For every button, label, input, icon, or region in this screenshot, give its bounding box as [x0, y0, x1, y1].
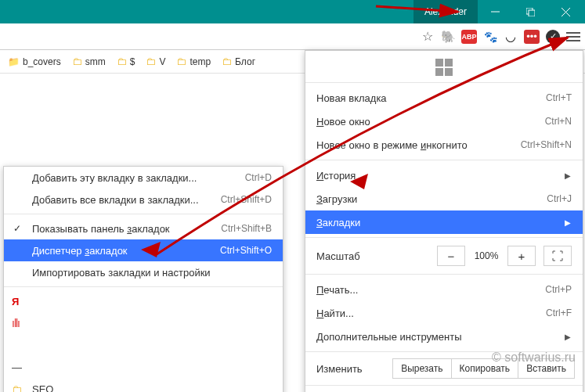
submenu-import[interactable]: Импортировать закладки и настройки	[4, 261, 283, 283]
menu-incognito[interactable]: Новое окно в режиме инкогнитоCtrl+Shift+…	[305, 133, 583, 156]
menu-label: SEO	[32, 383, 53, 393]
main-menu: Новая вкладкаCtrl+T Новое окноCtrl+N Нов…	[305, 50, 583, 392]
menu-new-window[interactable]: Новое окноCtrl+N	[305, 110, 583, 133]
separator	[305, 237, 583, 238]
folder-icon: 🗀	[12, 383, 22, 393]
bookmark-item[interactable]	[4, 334, 283, 356]
fullscreen-button[interactable]	[543, 246, 572, 266]
menu-label: Новое окно	[316, 116, 370, 128]
bookmark-folder[interactable]: 🗀smm	[69, 53, 109, 70]
zoom-in-button[interactable]: +	[507, 246, 536, 266]
bookmark-item[interactable]: Я	[4, 290, 283, 312]
bookmark-folder[interactable]: 📁b_covers	[5, 54, 64, 70]
menu-bookmarks[interactable]: Закладки▶	[305, 210, 583, 234]
menu-label: История	[316, 170, 356, 182]
menu-new-tab[interactable]: Новая вкладкаCtrl+T	[305, 86, 583, 110]
shortcut: Ctrl+Shift+D	[221, 194, 272, 205]
bookmark-folder[interactable]: 🗀V	[143, 53, 168, 70]
folder-icon: 🗀	[146, 56, 156, 67]
minimize-button[interactable]	[478, 0, 513, 23]
submenu-add-all-tabs[interactable]: Добавить все вкладки в закладки...Ctrl+S…	[4, 189, 283, 210]
zoom-out-button[interactable]: −	[437, 246, 465, 266]
bookmark-folder[interactable]: 🗀temp	[173, 53, 214, 70]
shortcut: Ctrl+J	[547, 193, 572, 204]
shortcut: Ctrl+Shift+B	[221, 223, 272, 234]
shortcut: Ctrl+D	[245, 172, 272, 183]
extension-icon[interactable]: ✓	[546, 30, 560, 44]
menu-label: Импортировать закладки и настройки	[32, 267, 211, 279]
bookmark-folder-seo[interactable]: 🗀SEO	[4, 378, 283, 392]
close-button[interactable]	[548, 0, 583, 23]
bookmark-label: smm	[85, 56, 106, 67]
menu-label: Добавить все вкладки в закладки...	[32, 194, 199, 206]
submenu-add-this-tab[interactable]: Добавить эту вкладку в закладки...Ctrl+D	[4, 167, 283, 189]
bookmark-folder[interactable]: 🗀$	[114, 53, 139, 70]
shortcut: Ctrl+T	[546, 92, 572, 103]
paw-icon[interactable]: 🐾	[483, 30, 497, 44]
separator	[305, 160, 583, 160]
menu-label: Закладки	[316, 217, 360, 228]
menu-label: Дополнительные инструменты	[316, 331, 462, 343]
chevron-right-icon: ▶	[564, 333, 572, 341]
folder-icon: 🗀	[72, 56, 82, 67]
folder-icon: 🗀	[176, 56, 186, 67]
menu-label: Диспетчер закладок	[32, 245, 128, 257]
shortcut: Ctrl+F	[546, 307, 572, 318]
menu-settings[interactable]: Настройки	[305, 389, 583, 392]
bookmark-label: b_covers	[23, 56, 61, 67]
lastpass-icon[interactable]: •••	[524, 30, 540, 44]
shortcut: Ctrl+Shift+N	[521, 139, 572, 150]
shortcut: Ctrl+N	[545, 116, 572, 127]
chevron-right-icon: ▶	[564, 171, 572, 180]
check-icon: ✓	[13, 223, 21, 234]
bookmark-label: $	[130, 56, 135, 67]
menu-print[interactable]: Печать...Ctrl+P	[305, 278, 583, 301]
cut-button[interactable]: Вырезать	[392, 358, 451, 379]
bookmark-label: temp	[190, 56, 211, 67]
menu-label: Новая вкладка	[316, 92, 387, 104]
shortcut: Ctrl+P	[545, 284, 572, 295]
shortcut: Ctrl+Shift+O	[220, 245, 272, 256]
menu-zoom: Масштаб − 100% +	[305, 241, 583, 271]
maximize-button[interactable]	[513, 0, 548, 23]
bookmark-label: Блог	[235, 56, 255, 67]
separator	[4, 286, 283, 287]
menu-downloads[interactable]: ЗагрузкиCtrl+J	[305, 187, 583, 210]
zoom-value: 100%	[465, 250, 507, 261]
menu-label: Новое окно в режиме инкогнито	[316, 139, 468, 151]
pocket-icon[interactable]: ◡	[504, 30, 518, 44]
bookmark-folder[interactable]: 🗀Блог	[218, 53, 258, 70]
svg-rect-2	[529, 10, 535, 16]
menu-find[interactable]: Найти...Ctrl+F	[305, 301, 583, 325]
chevron-right-icon: ▶	[564, 218, 572, 227]
evernote-icon[interactable]: 🐘	[441, 30, 455, 44]
apps-button[interactable]	[305, 51, 583, 79]
separator	[4, 214, 283, 214]
menu-history[interactable]: История▶	[305, 164, 583, 187]
hamburger-menu-icon[interactable]	[566, 30, 580, 44]
yandex-icon: Я	[12, 296, 19, 307]
window-titlebar: Alexander	[0, 0, 585, 23]
menu-label: Печать...	[316, 284, 358, 296]
menu-label: Найти...	[316, 307, 354, 319]
user-badge[interactable]: Alexander	[413, 0, 478, 23]
menu-label: Загрузки	[316, 193, 357, 205]
submenu-show-bar[interactable]: ✓Показывать панель закладокCtrl+Shift+B	[4, 218, 283, 239]
folder-icon: 🗀	[222, 56, 232, 67]
menu-label: Добавить эту вкладку в закладки...	[32, 172, 197, 184]
separator	[305, 385, 583, 386]
menu-label: Показывать панель закладок	[32, 223, 170, 235]
bookmark-item[interactable]: —	[4, 356, 283, 378]
bookmarks-submenu: Добавить эту вкладку в закладки...Ctrl+D…	[3, 166, 283, 392]
watermark: © softwarius.ru	[492, 351, 576, 365]
bookmark-label: V	[159, 56, 165, 67]
bars-icon: ıllı	[12, 317, 20, 329]
separator	[305, 82, 583, 83]
star-icon[interactable]: ☆	[421, 30, 435, 44]
menu-tools[interactable]: Дополнительные инструменты▶	[305, 325, 583, 348]
folder-icon: 📁	[8, 56, 20, 67]
submenu-bookmark-manager[interactable]: Диспетчер закладокCtrl+Shift+O	[4, 239, 283, 261]
bookmark-item[interactable]: ıllı	[4, 312, 283, 334]
browser-toolbar: ☆ 🐘 ABP 🐾 ◡ ••• ✓	[0, 23, 585, 50]
adblock-icon[interactable]: ABP	[461, 30, 477, 44]
